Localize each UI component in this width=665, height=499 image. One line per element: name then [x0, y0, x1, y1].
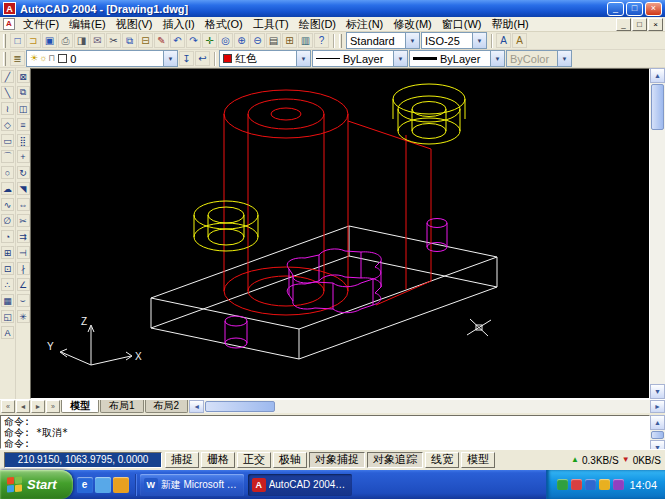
- horizontal-scrollbar[interactable]: ◄ ►: [189, 400, 665, 413]
- chevron-down-icon[interactable]: ▼: [490, 51, 504, 66]
- save-icon[interactable]: ▣: [42, 33, 57, 48]
- drawing-viewport[interactable]: Z Y X: [30, 68, 650, 399]
- linetype-select[interactable]: ByLayer ▼: [312, 50, 408, 67]
- tray-icon-4[interactable]: [599, 479, 610, 490]
- scroll-left-icon[interactable]: ◄: [189, 400, 204, 413]
- layer-select[interactable]: ☀☼⊓ 0 ▼: [26, 50, 178, 67]
- spline-icon[interactable]: ∿: [1, 198, 14, 211]
- make-object-layer-current-icon[interactable]: ↧: [179, 51, 194, 66]
- toolbar-grip[interactable]: [339, 34, 342, 48]
- paste-icon[interactable]: ⊟: [138, 33, 153, 48]
- rectangle-icon[interactable]: ▭: [1, 134, 14, 147]
- ellipse-arc-icon[interactable]: ◔: [1, 230, 14, 243]
- break-icon[interactable]: ∤: [17, 262, 30, 275]
- open-icon[interactable]: ⊐: [26, 33, 41, 48]
- quick-launch-ie[interactable]: e: [77, 477, 93, 493]
- region-icon[interactable]: ◱: [1, 310, 14, 323]
- coordinate-readout[interactable]: 210.9150, 1063.9795, 0.0000: [4, 452, 162, 468]
- start-button[interactable]: Start: [0, 470, 73, 499]
- tab-model[interactable]: 模型: [61, 400, 99, 413]
- copy-object-icon[interactable]: ⧉: [17, 86, 30, 99]
- mirror-icon[interactable]: ◫: [17, 102, 30, 115]
- arc-icon[interactable]: ⌒: [1, 150, 14, 163]
- line-icon[interactable]: ╱: [1, 70, 14, 83]
- toggle-grid[interactable]: 栅格: [201, 452, 235, 468]
- scroll-right-icon[interactable]: ►: [650, 400, 665, 413]
- toggle-osnap[interactable]: 对象捕捉: [309, 452, 365, 468]
- tool-palettes-icon[interactable]: ▥: [298, 33, 313, 48]
- vertical-scrollbar[interactable]: ▲ ▼: [650, 68, 665, 399]
- toggle-snap[interactable]: 捕捉: [165, 452, 199, 468]
- stretch-icon[interactable]: ⇔: [17, 198, 30, 211]
- circle-icon[interactable]: ○: [1, 166, 14, 179]
- command-scrollbar[interactable]: ▲ ▼: [650, 415, 665, 449]
- lineweight-select[interactable]: ByLayer ▼: [409, 50, 505, 67]
- command-scroll-thumb[interactable]: [651, 431, 664, 439]
- make-block-icon[interactable]: ⊡: [1, 262, 14, 275]
- tab-nav-prev[interactable]: ◄: [16, 400, 30, 413]
- vertical-scroll-track[interactable]: [650, 83, 665, 384]
- menu-modify[interactable]: 修改(M): [388, 17, 437, 32]
- zoom-window-icon[interactable]: ⊕: [234, 33, 249, 48]
- dim-style-icon[interactable]: A: [512, 33, 527, 48]
- toggle-lineweight[interactable]: 线宽: [425, 452, 459, 468]
- revision-cloud-icon[interactable]: ☁: [1, 182, 14, 195]
- quick-launch-desktop[interactable]: [95, 477, 111, 493]
- toolbar-grip[interactable]: [3, 52, 6, 66]
- move-icon[interactable]: +: [17, 150, 30, 163]
- pan-icon[interactable]: ✛: [202, 33, 217, 48]
- toggle-model[interactable]: 模型: [461, 452, 495, 468]
- chevron-down-icon[interactable]: ▼: [296, 51, 310, 66]
- quick-launch-media[interactable]: [113, 477, 129, 493]
- menu-file[interactable]: 文件(F): [18, 17, 64, 32]
- toggle-otrack[interactable]: 对象追踪: [367, 452, 423, 468]
- menu-edit[interactable]: 编辑(E): [64, 17, 111, 32]
- chevron-down-icon[interactable]: ▼: [472, 33, 486, 48]
- scroll-down-icon[interactable]: ▼: [650, 384, 665, 399]
- layer-manager-icon[interactable]: ≣: [10, 51, 25, 66]
- explode-icon[interactable]: ✳: [17, 310, 30, 323]
- offset-icon[interactable]: ≡: [17, 118, 30, 131]
- polyline-icon[interactable]: ≀: [1, 102, 14, 115]
- construction-line-icon[interactable]: ╲: [1, 86, 14, 99]
- zoom-previous-icon[interactable]: ⊖: [250, 33, 265, 48]
- erase-icon[interactable]: ⊠: [17, 70, 30, 83]
- rotate-icon[interactable]: ↻: [17, 166, 30, 179]
- chevron-down-icon[interactable]: ▼: [163, 51, 177, 66]
- doc-restore-button[interactable]: □: [632, 18, 647, 31]
- menu-help[interactable]: 帮助(H): [487, 17, 534, 32]
- plot-preview-icon[interactable]: ◨: [74, 33, 89, 48]
- scroll-up-icon[interactable]: ▲: [650, 68, 665, 83]
- polygon-icon[interactable]: ◇: [1, 118, 14, 131]
- task-autocad[interactable]: A AutoCAD 2004 - [Dra...: [248, 474, 352, 496]
- designcenter-icon[interactable]: ⊞: [282, 33, 297, 48]
- task-word[interactable]: W 新建 Microsoft Word ...: [140, 474, 244, 496]
- menu-draw[interactable]: 绘图(D): [294, 17, 341, 32]
- break-at-point-icon[interactable]: ⊣: [17, 246, 30, 259]
- new-icon[interactable]: □: [10, 33, 25, 48]
- toggle-polar[interactable]: 极轴: [273, 452, 307, 468]
- tray-icon-5[interactable]: [613, 479, 624, 490]
- tab-nav-last[interactable]: »: [46, 400, 60, 413]
- extend-icon[interactable]: ⇉: [17, 230, 30, 243]
- plot-icon[interactable]: ⎙: [58, 33, 73, 48]
- array-icon[interactable]: ⣿: [17, 134, 30, 147]
- tab-nav-first[interactable]: «: [1, 400, 15, 413]
- close-button[interactable]: ×: [645, 2, 662, 16]
- chamfer-icon[interactable]: ∠: [17, 278, 30, 291]
- text-style-icon[interactable]: A: [496, 33, 511, 48]
- publish-icon[interactable]: ✉: [90, 33, 105, 48]
- hatch-icon[interactable]: ▦: [1, 294, 14, 307]
- trim-icon[interactable]: ✂: [17, 214, 30, 227]
- properties-icon[interactable]: ▤: [266, 33, 281, 48]
- color-select[interactable]: 红色 ▼: [219, 50, 311, 67]
- chevron-down-icon[interactable]: ▼: [405, 33, 419, 48]
- ellipse-icon[interactable]: ∅: [1, 214, 14, 227]
- tab-nav-next[interactable]: ►: [31, 400, 45, 413]
- horizontal-scroll-track[interactable]: [204, 400, 650, 413]
- redo-icon[interactable]: ↷: [186, 33, 201, 48]
- tray-icon-3[interactable]: [585, 479, 596, 490]
- tray-icon-2[interactable]: [571, 479, 582, 490]
- menu-insert[interactable]: 插入(I): [157, 17, 199, 32]
- minimize-button[interactable]: _: [607, 2, 624, 16]
